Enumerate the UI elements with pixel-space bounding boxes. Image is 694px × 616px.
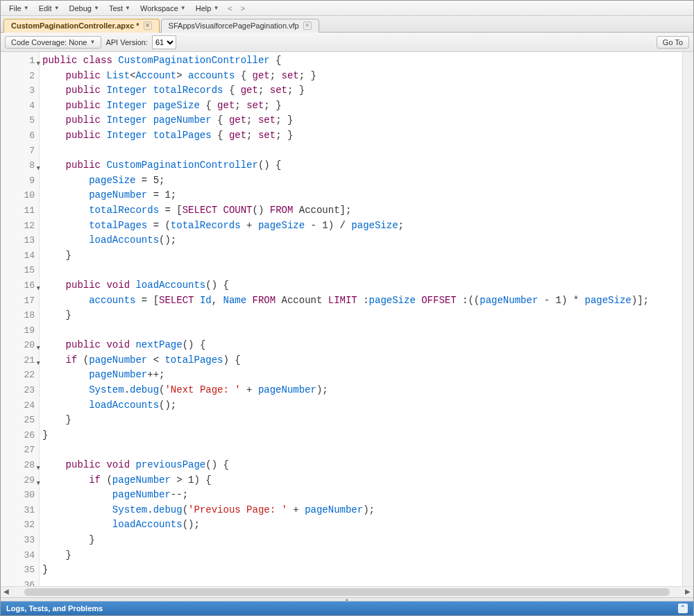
line-number: 26 [1, 428, 39, 443]
line-number: 14 [1, 248, 39, 264]
code-line[interactable]: } [42, 548, 682, 563]
code-line[interactable]: accounts = [SELECT Id, Name FROM Account… [42, 293, 682, 309]
code-line[interactable]: loadAccounts(); [42, 398, 682, 413]
code-line[interactable]: } [42, 533, 682, 548]
caret-down-icon: ▼ [94, 5, 99, 11]
code-line[interactable]: System.debug('Next Page: ' + pageNumber)… [42, 383, 682, 398]
tab-custompaginationcontroller[interactable]: CustomPaginationController.apxc * × [3, 19, 160, 33]
line-number: 15 [1, 263, 39, 278]
code-line[interactable]: public Integer pageNumber { get; set; } [42, 113, 682, 128]
line-number: 16▼ [1, 278, 39, 293]
caret-down-icon: ▼ [90, 39, 95, 45]
caret-down-icon: ▼ [24, 5, 29, 11]
code-line[interactable]: } [42, 308, 682, 323]
line-number: 8▼ [1, 158, 39, 173]
api-version-select[interactable]: 61 [152, 35, 176, 49]
line-number: 7 [1, 144, 39, 159]
caret-down-icon: ▼ [180, 5, 186, 11]
line-number: 29▼ [1, 473, 39, 488]
code-line[interactable]: public void loadAccounts() { [42, 278, 682, 293]
code-line[interactable]: } [42, 563, 682, 578]
bottom-panel-label: Logs, Tests, and Problems [6, 604, 103, 613]
code-line[interactable]: } [42, 413, 682, 428]
logs-tests-problems-panel[interactable]: Logs, Tests, and Problems ⌃ [1, 601, 693, 615]
code-line[interactable] [42, 443, 682, 458]
tab-label: CustomPaginationController.apxc * [11, 22, 139, 30]
line-number: 32 [1, 517, 39, 533]
menu-workspace[interactable]: Workspace▼ [136, 3, 190, 14]
line-number: 3 [1, 83, 39, 99]
nav-forward-button[interactable]: > [237, 3, 248, 14]
line-number: 34 [1, 548, 39, 563]
code-line[interactable]: if (pageNumber < totalPages) { [42, 353, 682, 368]
code-line[interactable]: public Integer totalPages { get; set; } [42, 128, 682, 144]
code-line[interactable]: loadAccounts(); [42, 233, 682, 248]
line-number: 9 [1, 173, 39, 189]
code-line[interactable]: public class CustomPaginationController … [42, 53, 682, 69]
vertical-scrollbar[interactable] [682, 52, 693, 586]
close-icon[interactable]: × [303, 22, 312, 30]
close-icon[interactable]: × [144, 22, 152, 30]
scroll-right-icon[interactable]: ▶ [682, 587, 693, 597]
expand-panel-icon[interactable]: ⌃ [678, 604, 688, 613]
menu-edit[interactable]: Edit▼ [35, 3, 64, 14]
line-number: 30 [1, 488, 39, 503]
line-number: 13 [1, 233, 39, 248]
code-line[interactable]: totalPages = (totalRecords + pageSize - … [42, 219, 682, 234]
code-line[interactable]: loadAccounts(); [42, 517, 682, 533]
code-line[interactable]: pageNumber = 1; [42, 188, 682, 203]
code-line[interactable] [42, 144, 682, 159]
line-number: 25 [1, 413, 39, 428]
line-number: 11 [1, 203, 39, 219]
menu-help[interactable]: Help▼ [192, 3, 223, 14]
line-number: 4 [1, 99, 39, 114]
code-line[interactable]: public void previousPage() { [42, 458, 682, 473]
code-line[interactable]: public Integer totalRecords { get; set; … [42, 83, 682, 99]
code-line[interactable] [42, 323, 682, 339]
tab-sfappsvisualforcepagepagination[interactable]: SFAppsVisualforcePagePagination.vfp × [161, 19, 319, 33]
code-line[interactable]: public void nextPage() { [42, 338, 682, 353]
line-number: 10 [1, 188, 39, 203]
caret-down-icon: ▼ [54, 5, 60, 11]
menu-file[interactable]: File▼ [5, 3, 33, 14]
line-number: 27 [1, 443, 39, 458]
code-line[interactable]: } [42, 248, 682, 264]
line-number: 19 [1, 323, 39, 339]
goto-button[interactable]: Go To [657, 36, 689, 49]
line-number: 31 [1, 503, 39, 518]
line-number: 22 [1, 368, 39, 383]
line-number: 23 [1, 383, 39, 398]
scroll-left-icon[interactable]: ◀ [1, 587, 12, 597]
editor-toolbar: Code Coverage: None▼ API Version: 61 Go … [1, 33, 693, 52]
menu-bar: File▼ Edit▼ Debug▼ Test▼ Workspace▼ Help… [1, 1, 693, 16]
line-number: 20▼ [1, 338, 39, 353]
line-number: 18 [1, 308, 39, 323]
code-area[interactable]: public class CustomPaginationController … [40, 52, 682, 586]
code-line[interactable]: } [42, 428, 682, 443]
line-number: 33 [1, 533, 39, 548]
line-number: 24 [1, 398, 39, 413]
code-line[interactable]: pageNumber--; [42, 488, 682, 503]
menu-debug[interactable]: Debug▼ [65, 3, 103, 14]
code-coverage-dropdown[interactable]: Code Coverage: None▼ [5, 36, 101, 49]
code-line[interactable]: public CustomPaginationController() { [42, 158, 682, 173]
menu-test[interactable]: Test▼ [105, 3, 135, 14]
tab-label: SFAppsVisualforcePagePagination.vfp [169, 22, 299, 30]
code-line[interactable]: pageNumber++; [42, 368, 682, 383]
code-line[interactable]: System.debug('Previous Page: ' + pageNum… [42, 503, 682, 518]
api-version-label: API Version: [105, 38, 148, 46]
code-line[interactable]: public List<Account> accounts { get; set… [42, 69, 682, 84]
line-number: 5 [1, 113, 39, 128]
code-line[interactable] [42, 263, 682, 278]
nav-back-button[interactable]: < [224, 3, 235, 14]
line-number: 28▼ [1, 458, 39, 473]
code-line[interactable]: pageSize = 5; [42, 173, 682, 189]
scrollbar-track[interactable] [24, 588, 670, 596]
horizontal-scrollbar[interactable]: ◀ ▶ [1, 586, 693, 597]
code-line[interactable] [42, 578, 682, 586]
code-editor[interactable]: 1▼2345678▼910111213141516▼17181920▼21▼22… [1, 52, 693, 586]
line-number: 17 [1, 293, 39, 309]
code-line[interactable]: totalRecords = [SELECT COUNT() FROM Acco… [42, 203, 682, 219]
code-line[interactable]: if (pageNumber > 1) { [42, 473, 682, 488]
code-line[interactable]: public Integer pageSize { get; set; } [42, 99, 682, 114]
